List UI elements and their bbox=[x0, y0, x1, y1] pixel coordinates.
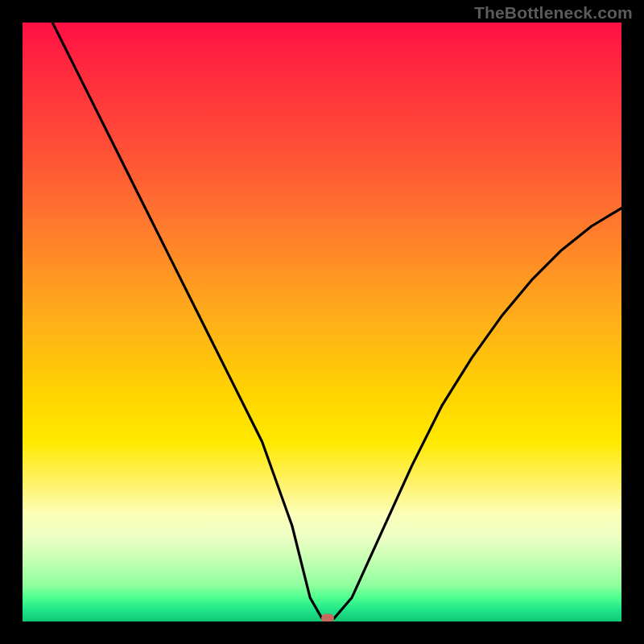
chart-frame: TheBottleneck.com bbox=[0, 0, 644, 644]
bottleneck-marker bbox=[321, 614, 334, 621]
plot-area bbox=[23, 23, 621, 621]
bottleneck-curve bbox=[23, 23, 621, 621]
watermark-text: TheBottleneck.com bbox=[474, 3, 633, 23]
